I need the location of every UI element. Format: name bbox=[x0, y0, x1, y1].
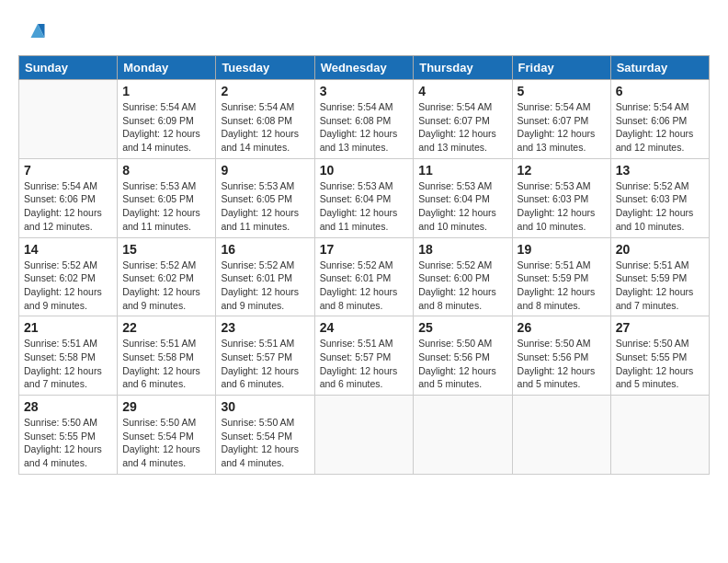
day-number: 8 bbox=[122, 163, 210, 178]
day-info: Sunrise: 5:53 AM Sunset: 6:04 PM Dayligh… bbox=[418, 179, 506, 234]
calendar-week-row: 7Sunrise: 5:54 AM Sunset: 6:06 PM Daylig… bbox=[19, 158, 710, 237]
calendar-cell: 23Sunrise: 5:51 AM Sunset: 5:57 PM Dayli… bbox=[216, 316, 314, 396]
weekday-header-friday: Friday bbox=[512, 56, 610, 80]
calendar-cell: 12Sunrise: 5:53 AM Sunset: 6:03 PM Dayli… bbox=[512, 158, 610, 237]
calendar-cell bbox=[19, 80, 118, 159]
day-info: Sunrise: 5:54 AM Sunset: 6:07 PM Dayligh… bbox=[518, 100, 606, 155]
day-info: Sunrise: 5:50 AM Sunset: 5:55 PM Dayligh… bbox=[24, 416, 112, 470]
calendar-cell: 6Sunrise: 5:54 AM Sunset: 6:06 PM Daylig… bbox=[610, 80, 709, 159]
calendar-cell: 10Sunrise: 5:53 AM Sunset: 6:04 PM Dayli… bbox=[314, 158, 414, 237]
calendar-cell: 13Sunrise: 5:52 AM Sunset: 6:03 PM Dayli… bbox=[610, 158, 709, 237]
weekday-header-wednesday: Wednesday bbox=[314, 56, 414, 80]
calendar-cell: 9Sunrise: 5:53 AM Sunset: 6:05 PM Daylig… bbox=[216, 158, 314, 237]
day-number: 12 bbox=[518, 163, 606, 178]
day-number: 28 bbox=[24, 399, 112, 414]
day-number: 13 bbox=[616, 163, 704, 178]
day-info: Sunrise: 5:51 AM Sunset: 5:57 PM Dayligh… bbox=[221, 337, 309, 391]
day-info: Sunrise: 5:50 AM Sunset: 5:56 PM Dayligh… bbox=[518, 337, 606, 391]
day-info: Sunrise: 5:54 AM Sunset: 6:09 PM Dayligh… bbox=[122, 100, 210, 155]
calendar-cell bbox=[610, 396, 709, 475]
day-number: 26 bbox=[518, 320, 606, 335]
calendar-cell: 2Sunrise: 5:54 AM Sunset: 6:08 PM Daylig… bbox=[216, 80, 314, 159]
day-info: Sunrise: 5:52 AM Sunset: 6:01 PM Dayligh… bbox=[320, 259, 409, 313]
logo-icon bbox=[18, 18, 46, 46]
calendar-cell: 3Sunrise: 5:54 AM Sunset: 6:08 PM Daylig… bbox=[314, 80, 414, 159]
calendar-cell: 22Sunrise: 5:51 AM Sunset: 5:58 PM Dayli… bbox=[118, 316, 216, 396]
day-number: 17 bbox=[320, 242, 409, 257]
day-number: 30 bbox=[221, 399, 309, 414]
day-info: Sunrise: 5:51 AM Sunset: 5:58 PM Dayligh… bbox=[24, 337, 112, 391]
day-number: 6 bbox=[616, 84, 704, 98]
weekday-header-thursday: Thursday bbox=[414, 56, 512, 80]
day-info: Sunrise: 5:51 AM Sunset: 5:59 PM Dayligh… bbox=[518, 259, 606, 313]
day-number: 2 bbox=[221, 84, 309, 98]
calendar-cell: 21Sunrise: 5:51 AM Sunset: 5:58 PM Dayli… bbox=[19, 316, 118, 396]
calendar-cell bbox=[314, 396, 414, 475]
day-info: Sunrise: 5:54 AM Sunset: 6:06 PM Dayligh… bbox=[616, 100, 704, 155]
calendar-cell: 30Sunrise: 5:50 AM Sunset: 5:54 PM Dayli… bbox=[216, 396, 314, 475]
day-number: 9 bbox=[221, 163, 309, 178]
calendar-week-row: 1Sunrise: 5:54 AM Sunset: 6:09 PM Daylig… bbox=[19, 80, 710, 159]
calendar-cell: 7Sunrise: 5:54 AM Sunset: 6:06 PM Daylig… bbox=[19, 158, 118, 237]
day-info: Sunrise: 5:51 AM Sunset: 5:57 PM Dayligh… bbox=[320, 337, 409, 391]
day-info: Sunrise: 5:52 AM Sunset: 6:01 PM Dayligh… bbox=[221, 259, 309, 313]
weekday-header-monday: Monday bbox=[118, 56, 216, 80]
day-info: Sunrise: 5:53 AM Sunset: 6:05 PM Dayligh… bbox=[221, 179, 309, 234]
day-number: 3 bbox=[320, 84, 409, 98]
calendar-cell: 16Sunrise: 5:52 AM Sunset: 6:01 PM Dayli… bbox=[216, 237, 314, 316]
day-number: 19 bbox=[518, 242, 606, 257]
day-info: Sunrise: 5:53 AM Sunset: 6:05 PM Dayligh… bbox=[122, 179, 210, 234]
calendar-cell: 1Sunrise: 5:54 AM Sunset: 6:09 PM Daylig… bbox=[118, 80, 216, 159]
day-info: Sunrise: 5:54 AM Sunset: 6:06 PM Dayligh… bbox=[24, 179, 112, 234]
day-number: 5 bbox=[518, 84, 606, 98]
day-number: 25 bbox=[418, 320, 506, 335]
calendar-cell: 5Sunrise: 5:54 AM Sunset: 6:07 PM Daylig… bbox=[512, 80, 610, 159]
day-info: Sunrise: 5:52 AM Sunset: 6:00 PM Dayligh… bbox=[418, 259, 506, 313]
calendar-cell: 17Sunrise: 5:52 AM Sunset: 6:01 PM Dayli… bbox=[314, 237, 414, 316]
day-info: Sunrise: 5:52 AM Sunset: 6:03 PM Dayligh… bbox=[616, 179, 704, 234]
day-info: Sunrise: 5:50 AM Sunset: 5:54 PM Dayligh… bbox=[221, 416, 309, 470]
calendar-cell: 29Sunrise: 5:50 AM Sunset: 5:54 PM Dayli… bbox=[118, 396, 216, 475]
day-number: 1 bbox=[122, 84, 210, 98]
calendar-cell: 15Sunrise: 5:52 AM Sunset: 6:02 PM Dayli… bbox=[118, 237, 216, 316]
weekday-header-sunday: Sunday bbox=[19, 56, 118, 80]
calendar-table: SundayMondayTuesdayWednesdayThursdayFrid… bbox=[18, 55, 710, 475]
calendar-cell: 26Sunrise: 5:50 AM Sunset: 5:56 PM Dayli… bbox=[512, 316, 610, 396]
calendar-cell: 28Sunrise: 5:50 AM Sunset: 5:55 PM Dayli… bbox=[19, 396, 118, 475]
calendar-cell: 8Sunrise: 5:53 AM Sunset: 6:05 PM Daylig… bbox=[118, 158, 216, 237]
day-info: Sunrise: 5:50 AM Sunset: 5:56 PM Dayligh… bbox=[418, 337, 506, 391]
day-number: 10 bbox=[320, 163, 409, 178]
calendar-cell bbox=[414, 396, 512, 475]
day-number: 18 bbox=[418, 242, 506, 257]
day-number: 23 bbox=[221, 320, 309, 335]
day-info: Sunrise: 5:54 AM Sunset: 6:08 PM Dayligh… bbox=[320, 100, 409, 155]
weekday-header-saturday: Saturday bbox=[610, 56, 709, 80]
calendar-cell bbox=[512, 396, 610, 475]
day-number: 27 bbox=[616, 320, 704, 335]
day-info: Sunrise: 5:53 AM Sunset: 6:04 PM Dayligh… bbox=[320, 179, 409, 234]
day-number: 16 bbox=[221, 242, 309, 257]
calendar-cell: 11Sunrise: 5:53 AM Sunset: 6:04 PM Dayli… bbox=[414, 158, 512, 237]
calendar-cell: 25Sunrise: 5:50 AM Sunset: 5:56 PM Dayli… bbox=[414, 316, 512, 396]
calendar-week-row: 28Sunrise: 5:50 AM Sunset: 5:55 PM Dayli… bbox=[19, 396, 710, 475]
day-number: 24 bbox=[320, 320, 409, 335]
calendar-cell: 27Sunrise: 5:50 AM Sunset: 5:55 PM Dayli… bbox=[610, 316, 709, 396]
day-info: Sunrise: 5:52 AM Sunset: 6:02 PM Dayligh… bbox=[24, 259, 112, 313]
day-number: 14 bbox=[24, 242, 112, 257]
day-info: Sunrise: 5:51 AM Sunset: 5:59 PM Dayligh… bbox=[616, 259, 704, 313]
calendar-header-row: SundayMondayTuesdayWednesdayThursdayFrid… bbox=[19, 56, 710, 80]
day-number: 11 bbox=[418, 163, 506, 178]
calendar-cell: 24Sunrise: 5:51 AM Sunset: 5:57 PM Dayli… bbox=[314, 316, 414, 396]
day-info: Sunrise: 5:52 AM Sunset: 6:02 PM Dayligh… bbox=[122, 259, 210, 313]
calendar-cell: 18Sunrise: 5:52 AM Sunset: 6:00 PM Dayli… bbox=[414, 237, 512, 316]
day-number: 29 bbox=[122, 399, 210, 414]
page-header bbox=[18, 18, 710, 46]
calendar-cell: 4Sunrise: 5:54 AM Sunset: 6:07 PM Daylig… bbox=[414, 80, 512, 159]
calendar-cell: 20Sunrise: 5:51 AM Sunset: 5:59 PM Dayli… bbox=[610, 237, 709, 316]
day-number: 20 bbox=[616, 242, 704, 257]
day-info: Sunrise: 5:54 AM Sunset: 6:07 PM Dayligh… bbox=[418, 100, 506, 155]
day-number: 7 bbox=[24, 163, 112, 178]
calendar-week-row: 21Sunrise: 5:51 AM Sunset: 5:58 PM Dayli… bbox=[19, 316, 710, 396]
day-number: 15 bbox=[122, 242, 210, 257]
day-number: 4 bbox=[418, 84, 506, 98]
